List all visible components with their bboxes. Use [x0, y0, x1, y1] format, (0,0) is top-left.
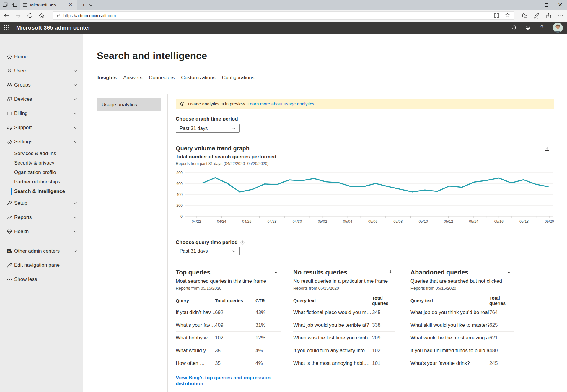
sidebar-item-label: Oganization profile	[14, 170, 56, 175]
query-cell: What hobby w…	[176, 335, 215, 341]
app-launcher-icon[interactable]	[4, 25, 10, 31]
sidebar-item-label: Health	[14, 229, 29, 235]
download-icon[interactable]	[387, 269, 393, 275]
home-browser-icon[interactable]	[38, 12, 45, 19]
sidebar-item-setup[interactable]: Setup	[0, 196, 83, 210]
reading-view-icon[interactable]	[493, 12, 500, 19]
preview-banner: Usage analytics is in preview. Learn mor…	[176, 99, 554, 109]
sidebar-item-label: Show less	[14, 276, 37, 282]
back-icon[interactable]	[3, 12, 10, 19]
sidebar-item-security-privacy[interactable]: Security & privacy	[0, 158, 83, 168]
page-tabs: InsightsAnswersConnectorsCustomizationsC…	[97, 74, 260, 84]
window-close-button[interactable]: ✕	[553, 0, 567, 10]
tab-close-icon[interactable]: ✕	[67, 2, 74, 7]
info-icon	[180, 101, 185, 106]
column-header: Query text	[293, 298, 372, 303]
tab-preview-icon[interactable]	[3, 2, 8, 7]
new-tab-button[interactable]: +	[80, 0, 87, 10]
sidebar-item-billing[interactable]: Billing	[0, 106, 83, 121]
column-header: Total queries	[489, 295, 514, 306]
subnav-item-usage-analytics[interactable]: Usage analytics	[97, 98, 161, 111]
sidebar-item-home[interactable]: Home	[0, 50, 83, 64]
query-cell: What skill would you like to master?	[410, 322, 489, 328]
sidebar-item-reports[interactable]: Reports	[0, 210, 83, 225]
sidebar-item-other-admin-centers[interactable]: AOther admin centers	[0, 244, 83, 258]
query-period-dropdown[interactable]: Past 31 days	[176, 247, 240, 255]
tab-list-chevron-icon[interactable]	[89, 3, 93, 7]
banner-link[interactable]: Learn more about usage analytics	[247, 101, 314, 106]
notifications-bell-icon[interactable]	[511, 25, 517, 31]
graph-period-value: Past 31 days	[180, 126, 208, 131]
share-icon[interactable]	[545, 12, 552, 19]
sidebar-item-groups[interactable]: Groups	[0, 78, 83, 92]
sidebar-item-partner-relationships[interactable]: Partner relationships	[0, 177, 83, 187]
forward-icon[interactable]	[15, 12, 21, 19]
tabs-aside-icon[interactable]	[12, 2, 17, 7]
table-row: What hobby w…10212%	[176, 332, 281, 344]
query-cell: What would be the most amazing ad…	[410, 335, 489, 341]
main-content: Search and intelligence InsightsAnswersC…	[83, 34, 567, 392]
sidebar-item-oganization-profile[interactable]: Oganization profile	[0, 168, 83, 177]
chart-caption: Reports from past 31 days (04/22/2020 -0…	[176, 161, 268, 166]
sidebar-item-label: Search & intelligence	[14, 188, 65, 194]
table-row: What skill would you like to master?625	[410, 319, 514, 332]
sidebar-item-label: Groups	[14, 82, 31, 88]
svg-text:04/30: 04/30	[293, 219, 302, 224]
settings-gear-icon[interactable]	[525, 25, 531, 31]
query-cell: What fictional place would you m…	[293, 310, 372, 315]
edit-icon	[6, 262, 12, 268]
refresh-icon[interactable]	[27, 12, 33, 19]
sidebar-item-devices[interactable]: Devices	[0, 92, 83, 106]
sidebar-item-health[interactable]: Health	[0, 225, 83, 239]
sidebar-item-label: Devices	[14, 96, 32, 102]
chart-download-icon[interactable]	[544, 146, 550, 152]
user-avatar[interactable]	[553, 23, 563, 33]
value-cell: 35	[215, 360, 255, 366]
bing-top-queries-link[interactable]: View Bing's top queries and impression d…	[176, 375, 281, 387]
favorite-star-icon[interactable]	[504, 12, 511, 19]
sidebar-item-show-less[interactable]: Show less	[0, 272, 83, 287]
chart-subtitle: Total number of search queries performed	[176, 154, 276, 160]
table-title: Abandoned queries	[410, 269, 506, 276]
tab-configurations[interactable]: Configurations	[221, 74, 255, 84]
window-minimize-button[interactable]	[526, 0, 540, 10]
query-cell: What job would you be terrible at?	[293, 322, 372, 328]
value-cell: 31%	[255, 322, 281, 328]
help-icon[interactable]: ?	[539, 25, 545, 31]
download-icon[interactable]	[273, 269, 279, 275]
sidebar-item-search-intelligence[interactable]: Search & intelligence	[0, 187, 83, 196]
table-row: What’s your fav…40931%	[176, 319, 281, 332]
nav-collapse-icon[interactable]	[0, 35, 18, 50]
table-row: What would be the most amazing ad…621	[410, 332, 514, 344]
value-cell: 35	[215, 348, 255, 354]
table-row: What would y…354%	[176, 344, 281, 357]
query-cell: How often …	[176, 360, 215, 366]
address-input[interactable]: https://admin.microsoft.com	[53, 11, 514, 20]
tab-answers[interactable]: Answers	[123, 74, 143, 84]
browser-tab[interactable]: Microsoft 365 ✕	[20, 0, 77, 10]
annotate-pen-icon[interactable]	[533, 12, 540, 19]
tab-customizations[interactable]: Customizations	[180, 74, 216, 84]
value-cell: 4%	[255, 348, 281, 354]
favorites-bar-icon[interactable]	[521, 12, 528, 19]
tab-connectors[interactable]: Connectors	[148, 74, 175, 84]
sidebar-item-users[interactable]: Users	[0, 64, 83, 78]
sidebar-item-edit-navigation-pane[interactable]: Edit navigation pane	[0, 258, 83, 272]
info-icon[interactable]	[240, 240, 245, 245]
devices-icon	[6, 96, 12, 102]
window-maximize-button[interactable]	[540, 0, 553, 10]
tab-favicon-icon	[23, 3, 27, 7]
value-cell: 102	[372, 348, 395, 354]
download-icon[interactable]	[506, 269, 512, 275]
browser-more-icon[interactable]	[558, 12, 564, 19]
sidebar-item-settings[interactable]: Settings	[0, 135, 83, 149]
column-header: Query	[176, 298, 215, 303]
graph-period-dropdown[interactable]: Past 31 days	[176, 124, 240, 133]
tab-insights[interactable]: Insights	[97, 74, 117, 84]
chevron-down-icon	[73, 230, 77, 234]
sidebar-item-services-add-ins[interactable]: Services & add-ins	[0, 149, 83, 158]
sidebar-item-support[interactable]: Support	[0, 121, 83, 135]
users-icon	[6, 68, 12, 74]
divider	[167, 94, 168, 392]
home-icon	[6, 54, 12, 60]
